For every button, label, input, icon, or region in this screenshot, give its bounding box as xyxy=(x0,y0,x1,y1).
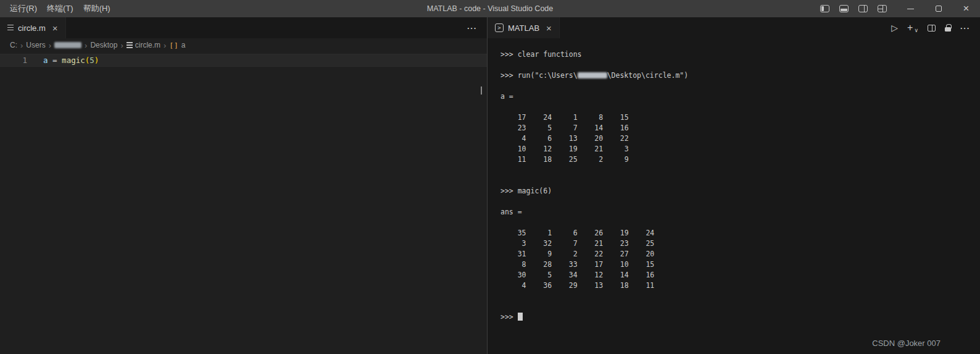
terminal-line xyxy=(500,165,980,175)
lock-group-icon[interactable] xyxy=(945,27,951,32)
code-token: magic xyxy=(62,56,85,65)
terminal-line: 11 18 25 2 9 xyxy=(500,154,980,165)
breadcrumb-label: Desktop xyxy=(90,41,117,49)
chevron-down-icon[interactable]: ∨ xyxy=(914,27,918,33)
breadcrumb-item-users[interactable]: Users xyxy=(26,41,45,49)
toggle-secondary-sidebar-icon[interactable] xyxy=(858,5,868,12)
terminal-line xyxy=(500,301,980,312)
file-icon xyxy=(7,25,14,31)
code-token: 5 xyxy=(89,56,94,65)
terminal-line: 10 12 19 21 3 xyxy=(500,144,980,154)
tab-matlab-terminal[interactable]: > MATLAB × xyxy=(488,17,560,38)
tab-label: MATLAB xyxy=(508,23,539,33)
terminal-line: >>> xyxy=(500,312,980,322)
layout-controls xyxy=(810,5,897,12)
close-window-button[interactable]: × xyxy=(952,0,980,17)
window-controls: × xyxy=(810,0,980,17)
code-token: a xyxy=(43,56,48,65)
editor-actions: ··· xyxy=(467,17,487,38)
split-editor-icon[interactable] xyxy=(928,25,936,32)
symbol-variable-icon: [] xyxy=(169,41,178,49)
terminal-line: 17 24 1 8 15 xyxy=(500,112,980,123)
code-token: ) xyxy=(94,56,99,65)
terminal-line: 35 1 6 26 19 24 xyxy=(500,228,980,238)
menu-terminal[interactable]: 终端(T) xyxy=(42,1,78,16)
terminal-line xyxy=(500,81,980,91)
terminal-content[interactable]: >>> clear functions >>> run("c:\Users\\D… xyxy=(488,38,980,354)
terminal-actions: ▷ + ∨ ··· xyxy=(891,17,980,38)
breadcrumb: C:›Users››Desktop›circle.m›[]a xyxy=(0,38,487,52)
menu-help[interactable]: 帮助(H) xyxy=(78,1,115,16)
maximize-icon xyxy=(936,6,942,12)
breadcrumb-label: Users xyxy=(26,41,45,49)
minimize-button[interactable] xyxy=(897,0,924,17)
terminal-line: a = xyxy=(500,91,980,102)
terminal-line: 31 9 2 22 27 20 xyxy=(500,249,980,259)
editor-scrollbar-thumb[interactable] xyxy=(481,86,482,95)
terminal-tabbar: > MATLAB × ▷ + ∨ ··· xyxy=(488,17,980,38)
breadcrumb-label: circle.m xyxy=(135,41,160,49)
redacted-text xyxy=(578,72,607,78)
terminal-line: >>> clear functions xyxy=(500,49,980,60)
more-actions-icon[interactable]: ··· xyxy=(467,23,477,33)
editor-pane: circle.m × ··· C:›Users››Desktop›circle.… xyxy=(0,17,488,354)
terminal-line: 8 28 33 17 10 15 xyxy=(500,259,980,270)
terminal-line: >>> run("c:\Users\\Desktop\circle.m") xyxy=(500,70,980,81)
plus-icon: + xyxy=(907,23,913,33)
terminal-pane: > MATLAB × ▷ + ∨ ··· >>> clear functions… xyxy=(488,17,980,354)
terminal-line xyxy=(500,60,980,70)
terminal-icon: > xyxy=(495,23,504,32)
terminal-line: 3 32 7 21 23 25 xyxy=(500,238,980,249)
close-icon: × xyxy=(963,2,970,15)
menu-run[interactable]: 运行(R) xyxy=(5,1,42,16)
maximize-button[interactable] xyxy=(924,0,952,17)
tab-circle-m[interactable]: circle.m × xyxy=(0,17,66,38)
breadcrumb-item-redacted[interactable] xyxy=(54,42,81,48)
breadcrumb-label: a xyxy=(181,41,186,49)
tab-label: circle.m xyxy=(18,23,46,33)
terminal-line: 30 5 34 12 14 16 xyxy=(500,270,980,280)
new-terminal-button[interactable]: + ∨ xyxy=(907,23,918,33)
titlebar: 运行(R)终端(T)帮助(H) MATLAB - code - Visual S… xyxy=(0,0,980,17)
terminal-line xyxy=(500,217,980,228)
run-icon[interactable]: ▷ xyxy=(891,23,898,32)
breadcrumb-item-circlem[interactable]: circle.m xyxy=(127,41,160,49)
menubar: 运行(R)终端(T)帮助(H) xyxy=(0,1,115,16)
code-text: a = magic(5) xyxy=(43,54,99,66)
editor-tabbar: circle.m × ··· xyxy=(0,17,487,38)
terminal-line: ans = xyxy=(500,207,980,217)
watermark: CSDN @Joker 007 xyxy=(872,339,941,348)
breadcrumb-separator: › xyxy=(164,41,166,50)
main-area: circle.m × ··· C:›Users››Desktop›circle.… xyxy=(0,17,980,354)
close-tab-icon[interactable]: × xyxy=(546,23,552,33)
terminal-line xyxy=(500,291,980,301)
file-icon xyxy=(127,42,133,48)
terminal-line: >>> magic(6) xyxy=(500,186,980,196)
breadcrumb-item-c[interactable]: C: xyxy=(10,41,17,49)
terminal-line xyxy=(500,102,980,112)
breadcrumb-separator: › xyxy=(85,41,87,50)
breadcrumb-item-desktop[interactable]: Desktop xyxy=(90,41,117,49)
line-number: 1 xyxy=(0,54,27,66)
breadcrumb-separator: › xyxy=(120,41,123,50)
terminal-line: 4 6 13 20 22 xyxy=(500,133,980,144)
terminal-line: 4 36 29 13 18 11 xyxy=(500,280,980,291)
terminal-line xyxy=(500,196,980,207)
code-line: 1 a = magic(5) xyxy=(0,54,487,67)
customize-layout-icon[interactable] xyxy=(878,5,887,12)
toggle-primary-sidebar-icon[interactable] xyxy=(820,5,829,12)
terminal-cursor xyxy=(518,313,523,321)
breadcrumb-item-a[interactable]: []a xyxy=(169,41,185,49)
breadcrumb-label: C: xyxy=(10,41,17,49)
minimize-icon xyxy=(907,9,914,9)
terminal-line xyxy=(500,175,980,186)
terminal-line: 23 5 7 14 16 xyxy=(500,123,980,133)
code-token: = xyxy=(48,56,62,65)
more-actions-icon[interactable]: ··· xyxy=(960,23,970,33)
redacted-text xyxy=(54,42,81,48)
breadcrumb-separator: › xyxy=(20,41,23,50)
breadcrumb-separator: › xyxy=(49,41,51,50)
toggle-panel-icon[interactable] xyxy=(839,5,849,12)
close-tab-icon[interactable]: × xyxy=(52,23,58,33)
editor-content[interactable]: 1 a = magic(5) xyxy=(0,52,487,354)
